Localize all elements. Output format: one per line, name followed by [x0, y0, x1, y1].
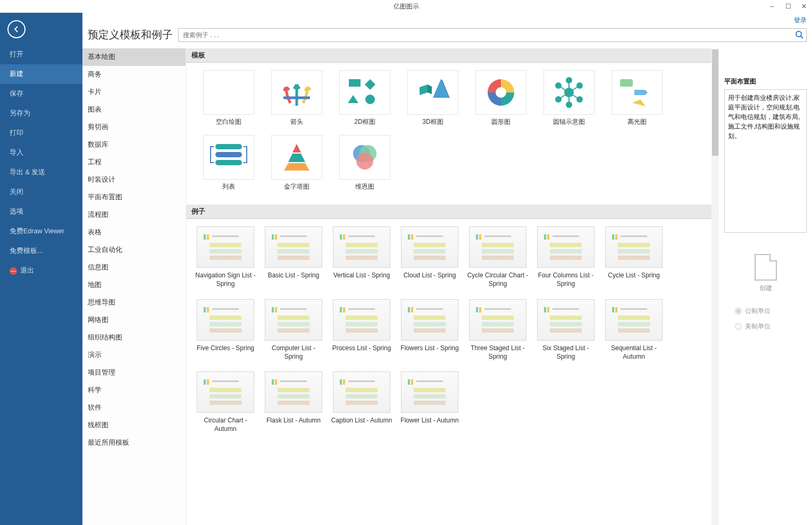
svg-rect-61	[482, 249, 514, 253]
example-card[interactable]: Cloud List - Spring	[396, 226, 464, 288]
category-item[interactable]: 线框图	[82, 417, 186, 434]
category-item[interactable]: 地图	[82, 276, 186, 294]
category-item[interactable]: 表格	[82, 224, 186, 241]
svg-rect-62	[482, 256, 514, 260]
category-item[interactable]: 思维导图	[82, 294, 186, 311]
nav-item-print[interactable]: 打印	[0, 123, 82, 143]
example-thumb	[197, 226, 254, 268]
minimize-button[interactable]: –	[764, 0, 780, 13]
svg-rect-39	[272, 234, 274, 240]
template-label: 列表	[195, 183, 263, 191]
category-item[interactable]: 软件	[82, 399, 186, 417]
category-item[interactable]: 流程图	[82, 206, 186, 224]
template-card[interactable]: 金字塔图	[263, 135, 331, 191]
category-item[interactable]: 组织结构图	[82, 329, 186, 346]
category-item[interactable]: 科学	[82, 382, 186, 399]
template-card[interactable]: 3D框图	[399, 70, 467, 126]
nav-item-save[interactable]: 保存	[0, 84, 82, 104]
category-item[interactable]: 演示	[82, 346, 186, 364]
example-card[interactable]: Cycle List - Spring	[600, 226, 668, 288]
example-card[interactable]: Flower List - Autumn	[396, 371, 464, 433]
template-card[interactable]: 维恩图	[331, 135, 399, 191]
category-item[interactable]: 卡片	[82, 83, 186, 101]
example-card[interactable]: Process List - Spring	[328, 299, 396, 361]
nav-item-open[interactable]: 打开	[0, 45, 82, 64]
example-card[interactable]: Sequential List - Autumn	[600, 299, 668, 361]
category-item[interactable]: 最近所用模板	[82, 434, 186, 452]
unit-imperial-radio[interactable]: 美制单位	[735, 322, 807, 331]
login-link[interactable]: 登录	[794, 16, 807, 25]
svg-rect-22	[620, 79, 633, 87]
example-card[interactable]: Three Staged List - Spring	[464, 299, 532, 361]
template-card[interactable]: 圆形图	[467, 70, 535, 126]
back-button[interactable]	[7, 20, 26, 38]
example-card[interactable]: Flowers List - Spring	[396, 299, 464, 361]
template-card[interactable]: 高光图	[603, 70, 671, 126]
unit-metric-radio[interactable]: 公制单位	[735, 307, 807, 316]
nav-item-viewer[interactable]: 免费Edraw Viewer	[0, 222, 82, 241]
nav-item-new[interactable]: 新建	[0, 64, 82, 84]
nav-item-exit[interactable]: —退出	[0, 261, 82, 281]
svg-rect-135	[408, 379, 410, 385]
template-card[interactable]: 列表	[195, 135, 263, 191]
example-card[interactable]: Computer List - Spring	[259, 299, 328, 361]
category-item[interactable]: 剪切画	[82, 118, 186, 136]
example-card[interactable]: Caption List - Autumn	[328, 371, 396, 433]
svg-rect-118	[207, 379, 209, 385]
scrollbar[interactable]	[711, 48, 719, 525]
create-button[interactable]: 创建	[749, 254, 783, 293]
example-thumb	[605, 299, 663, 341]
example-card[interactable]: Vertical List - Spring	[328, 226, 396, 288]
category-item[interactable]: 平面布置图	[82, 189, 186, 206]
nav-item-freetpl[interactable]: 免费模板...	[0, 241, 82, 261]
search-input[interactable]	[178, 28, 807, 42]
nav-item-close[interactable]: 关闭	[0, 182, 82, 202]
svg-rect-114	[618, 316, 650, 320]
svg-rect-87	[340, 307, 342, 312]
svg-rect-126	[278, 388, 309, 392]
category-item[interactable]: 网络图	[82, 311, 186, 329]
template-label: 空白绘图	[195, 118, 263, 126]
example-card[interactable]: Six Staged List - Spring	[532, 299, 600, 361]
nav-item-options[interactable]: 选项	[0, 202, 82, 222]
example-card[interactable]: Cycle Circular Chart - Spring	[464, 226, 532, 288]
category-item[interactable]: 工程	[82, 154, 186, 171]
template-card[interactable]: 箭头	[263, 70, 331, 126]
example-card[interactable]: Navigation Sign List - Spring	[191, 226, 259, 288]
example-card[interactable]: Basic List - Spring	[259, 226, 328, 288]
maximize-button[interactable]: ☐	[780, 0, 796, 13]
nav-item-saveas[interactable]: 另存为	[0, 104, 82, 123]
svg-rect-88	[343, 307, 345, 312]
svg-rect-58	[479, 234, 481, 240]
category-item[interactable]: 商务	[82, 66, 186, 83]
close-button[interactable]: ✕	[796, 0, 812, 13]
example-label: Four Columns List - Spring	[532, 271, 600, 288]
template-label: 3D框图	[399, 118, 467, 126]
svg-rect-86	[278, 328, 309, 333]
nav-item-export[interactable]: 导出 & 发送	[0, 163, 82, 182]
svg-rect-52	[411, 234, 413, 240]
svg-rect-110	[550, 328, 582, 333]
category-item[interactable]: 信息图	[82, 259, 186, 276]
template-card[interactable]: 圆辐示意图	[535, 70, 603, 126]
example-card[interactable]: Four Columns List - Spring	[532, 226, 600, 288]
category-item[interactable]: 数据库	[82, 136, 186, 154]
nav-item-import[interactable]: 导入	[0, 143, 82, 163]
category-list: 基本绘图商务卡片图表剪切画数据库工程时装设计平面布置图流程图表格工业自动化信息图…	[82, 48, 186, 525]
example-card[interactable]: Flask List - Autumn	[259, 371, 328, 433]
svg-rect-47	[348, 235, 375, 237]
svg-rect-124	[275, 379, 277, 385]
example-card[interactable]: Five Circles - Spring	[191, 299, 259, 361]
template-card[interactable]: 2D框图	[331, 70, 399, 126]
category-item[interactable]: 时装设计	[82, 171, 186, 189]
example-card[interactable]: Circular Chart - Autumn	[191, 371, 259, 433]
svg-rect-121	[210, 394, 241, 399]
search-icon[interactable]	[795, 30, 803, 40]
template-card[interactable]: 空白绘图	[195, 70, 263, 126]
svg-rect-72	[618, 243, 650, 247]
category-item[interactable]: 图表	[82, 101, 186, 118]
category-item[interactable]: 工业自动化	[82, 241, 186, 259]
category-item[interactable]: 项目管理	[82, 364, 186, 382]
example-thumb	[469, 226, 526, 268]
category-item[interactable]: 基本绘图	[82, 48, 186, 66]
